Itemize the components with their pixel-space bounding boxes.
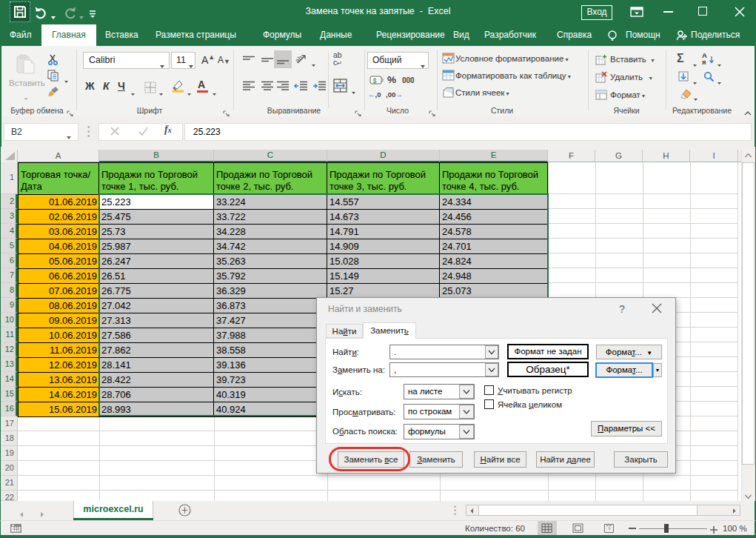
svg-text:$: $ bbox=[373, 77, 377, 84]
